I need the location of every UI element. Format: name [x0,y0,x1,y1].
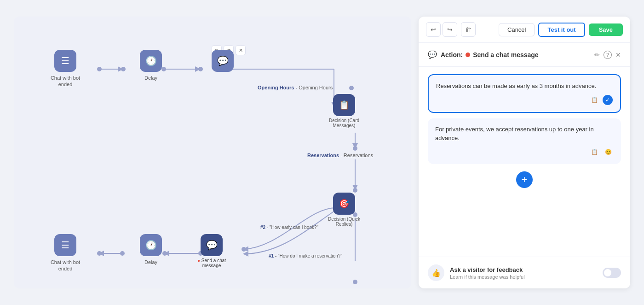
clock-icon-1: 🕐 [140,50,162,72]
decision-card-label: Decision (CardMessages) [329,118,359,128]
undo-redo-group: ↩ ↪ [426,22,457,37]
svg-point-20 [120,251,125,256]
bubble-actions-2: 📋 😊 [435,147,614,158]
svg-point-9 [349,86,354,90]
copy-icon-2[interactable]: 📋 [589,147,600,158]
message-icon-bottom: 💬 [201,234,223,256]
delete-node-btn[interactable]: ✕ [236,45,246,55]
undo-button[interactable]: ↩ [426,22,441,37]
add-message-container: + [428,170,621,190]
node-label-chat-bot-1: Chat with bot ended [47,75,84,88]
cancel-button[interactable]: Cancel [499,23,535,36]
svg-point-11 [353,146,357,151]
message-bubble-1[interactable]: Reservations can be made as early as 3 m… [428,74,621,113]
checklist-icon-2: ☰ [54,234,76,256]
card-icon: 📋 [333,94,355,116]
node-send-msg-bottom[interactable]: 💬 ● Send a chatmessage [201,234,223,256]
red-dot [466,53,470,57]
reservations-label: Reservations - Reservations [307,152,373,158]
node-send-msg-top[interactable]: 💬 [212,50,234,72]
panel-header: 💬 Action: Send a chat message ✏ ? ✕ [419,43,630,67]
save-button[interactable]: Save [589,23,623,36]
message-text-2: For private events, we accept reservatio… [435,125,614,143]
svg-point-3 [161,67,166,71]
node-label-delay-1: Delay [144,75,157,81]
add-message-button[interactable]: + [516,171,533,188]
node-delay-2[interactable]: 🕐 Delay [140,234,162,265]
canvas-area: ✏ ⧉ ✕ ☰ Chat with bot ended 🕐 Delay 💬 Op… [14,17,411,288]
panel-title: Action: Send a chat message [441,51,539,59]
message-text-1: Reservations can be made as early as 3 m… [436,82,613,91]
svg-point-0 [97,67,102,71]
checklist-icon-1: ☰ [54,50,76,72]
panel-header-icon: 💬 [428,50,437,59]
message-icon-top: 💬 [212,50,234,72]
feedback-subtitle: Learn if this message was helpful [450,274,597,280]
svg-point-19 [162,251,167,256]
feedback-toggle[interactable] [603,268,621,278]
feedback-text-wrap: Ask a visitor for feedback Learn if this… [450,266,597,280]
node-chat-bot-2[interactable]: ☰ Chat with bot ended [47,234,84,272]
panel-title-text: Send a chat message [473,51,538,59]
opening-hours-label: Opening Hours - Opening Hours [258,85,333,90]
panel-edit-icon[interactable]: ✏ [594,51,600,59]
main-container: ✏ ⧉ ✕ ☰ Chat with bot ended 🕐 Delay 💬 Op… [14,17,630,288]
svg-point-5 [198,67,203,71]
feedback-icon: 👍 [428,264,444,281]
svg-point-23 [353,280,357,284]
panel-help-icon[interactable]: ? [604,51,612,59]
node-decision-qr[interactable]: 🎯 Decision (QuickReplies) [333,193,355,215]
panel-toolbar: ↩ ↪ 🗑 Cancel Test it out Save [419,17,630,43]
side-panel: ↩ ↪ 🗑 Cancel Test it out Save 💬 Action: … [419,17,630,288]
feedback-section: 👍 Ask a visitor for feedback Learn if th… [419,257,630,288]
copy-icon-1[interactable]: 📋 [589,94,600,106]
svg-point-16 [242,247,246,252]
svg-point-22 [97,251,102,256]
node-label-delay-2: Delay [144,259,157,265]
panel-body: Reservations can be made as early as 3 m… [419,67,630,257]
node-chat-bot-1[interactable]: ☰ Chat with bot ended [47,50,84,88]
clock-icon-2: 🕐 [140,234,162,256]
svg-point-13 [353,188,357,193]
emoji-icon-2[interactable]: 😊 [603,147,614,158]
redo-button[interactable]: ↪ [443,22,457,37]
svg-point-2 [121,67,126,71]
message-bubble-2[interactable]: For private events, we accept reservatio… [428,118,621,164]
panel-header-actions: ✏ ? ✕ [594,51,621,59]
qr-label-1: #1 - "How do I make a reservation?" [269,253,342,258]
node-delay-1[interactable]: 🕐 Delay [140,50,162,81]
node-label-chat-bot-2: Chat with bot ended [47,259,84,272]
decision-qr-label: Decision (QuickReplies) [328,217,360,227]
qr-label-2: #2 - "How early can I book?" [260,225,318,230]
delete-button[interactable]: 🗑 [461,22,476,37]
action-label: Action: [441,51,463,59]
test-button[interactable]: Test it out [538,23,585,37]
target-icon: 🎯 [333,193,355,215]
node-decision-card[interactable]: 📋 Decision (CardMessages) [333,94,355,116]
panel-close-icon[interactable]: ✕ [615,51,621,59]
bubble-actions-1: 📋 ✓ [436,94,613,106]
send-msg-bottom-label: ● Send a chatmessage [197,258,226,268]
check-circle-1: ✓ [603,95,613,105]
feedback-title: Ask a visitor for feedback [450,266,597,273]
